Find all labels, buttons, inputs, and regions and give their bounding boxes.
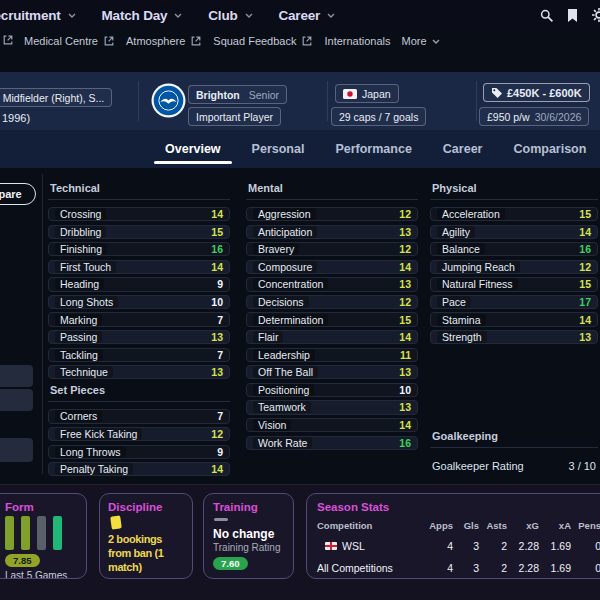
clipped-left-panel-row bbox=[0, 389, 33, 411]
main-nav: RecruitmentMatch DayClubCareer bbox=[0, 8, 335, 23]
attribute-row-determination[interactable]: Determination15 bbox=[246, 312, 418, 326]
attribute-label: Teamwork bbox=[253, 401, 311, 413]
attribute-value: 13 bbox=[579, 331, 591, 343]
tab-comparison[interactable]: Comparison bbox=[510, 131, 589, 167]
stats-column-header-xg: xG bbox=[507, 516, 539, 535]
quick-link-internationals[interactable]: Internationals bbox=[324, 35, 390, 47]
japan-flag-icon bbox=[343, 89, 357, 99]
nav-item-label: Match Day bbox=[102, 8, 168, 23]
attribute-row-bravery[interactable]: Bravery12 bbox=[246, 242, 418, 256]
compare-button[interactable]: Compare bbox=[0, 183, 36, 205]
nav-item-match-day[interactable]: Match Day bbox=[102, 8, 183, 23]
nav-item-club[interactable]: Club bbox=[208, 8, 252, 23]
attribute-row-finishing[interactable]: Finishing16 bbox=[48, 242, 230, 256]
competition-name: WSL bbox=[342, 540, 365, 552]
attribute-row-heading[interactable]: Heading9 bbox=[48, 277, 230, 291]
club-squad-chip[interactable]: Brighton Senior bbox=[188, 85, 287, 104]
attribute-rows-technical: Crossing14Dribbling15Finishing16First To… bbox=[48, 207, 230, 379]
price-tag-icon bbox=[491, 87, 502, 98]
attribute-row-acceleration[interactable]: Acceleration15 bbox=[430, 207, 598, 221]
tab-career[interactable]: Career bbox=[440, 131, 486, 167]
quick-link-label: Squad Feedback bbox=[213, 35, 296, 47]
attribute-value: 12 bbox=[399, 296, 411, 308]
attribute-row-teamwork[interactable]: Teamwork13 bbox=[246, 400, 418, 414]
attribute-row-composure[interactable]: Composure14 bbox=[246, 260, 418, 274]
attribute-row-decisions[interactable]: Decisions12 bbox=[246, 295, 418, 309]
attribute-label: Finishing bbox=[55, 243, 107, 255]
attribute-label: Pace bbox=[437, 296, 471, 308]
attribute-row-jumping-reach[interactable]: Jumping Reach12 bbox=[430, 260, 598, 274]
attribute-row-vision[interactable]: Vision14 bbox=[246, 418, 418, 432]
external-link-icon bbox=[104, 36, 114, 46]
attribute-row-concentration[interactable]: Concentration13 bbox=[246, 277, 418, 291]
search-icon[interactable] bbox=[540, 9, 553, 22]
training-panel[interactable]: Training No change Training Rating 7.60 bbox=[203, 493, 294, 579]
bookmark-icon[interactable] bbox=[567, 9, 578, 22]
attribute-row-aggression[interactable]: Aggression12 bbox=[246, 207, 418, 221]
attribute-row-off-the-ball[interactable]: Off The Ball13 bbox=[246, 365, 418, 379]
attribute-row-anticipation[interactable]: Anticipation13 bbox=[246, 225, 418, 239]
attribute-label: Acceleration bbox=[437, 208, 505, 220]
form-panel[interactable]: Form 7.85 Last 5 Games bbox=[0, 493, 87, 579]
stats-competition-cell[interactable]: All Competitions bbox=[317, 557, 423, 579]
form-panel-title: Form bbox=[5, 501, 76, 513]
stats-value-cell: 0 bbox=[571, 535, 600, 557]
section-title-technical: Technical bbox=[48, 182, 230, 200]
quick-link-squad-feedback[interactable]: Squad Feedback bbox=[213, 35, 312, 47]
international-record-chip: 29 caps / 7 goals bbox=[331, 107, 426, 126]
profile-tab-bar: OverviewPersonalPerformanceCareerCompari… bbox=[0, 130, 600, 168]
attribute-row-pace[interactable]: Pace17 bbox=[430, 295, 598, 309]
attribute-row-crossing[interactable]: Crossing14 bbox=[48, 207, 230, 221]
quick-links-bar: Medical CentreAtmosphereSquad FeedbackIn… bbox=[0, 30, 600, 52]
attribute-value: 14 bbox=[399, 419, 411, 431]
nav-item-recruitment[interactable]: Recruitment bbox=[0, 8, 76, 23]
tab-performance[interactable]: Performance bbox=[332, 131, 414, 167]
attribute-value: 12 bbox=[399, 208, 411, 220]
attribute-value: 7 bbox=[217, 410, 223, 422]
season-stats-panel[interactable]: Season Stats CompetitionAppsGlsAstsxGxAP… bbox=[306, 493, 600, 579]
attribute-row-natural-fitness[interactable]: Natural Fitness15 bbox=[430, 277, 598, 291]
attribute-row-long-throws[interactable]: Long Throws9 bbox=[48, 445, 230, 459]
attribute-row-leadership[interactable]: Leadership11 bbox=[246, 348, 418, 362]
attribute-row-work-rate[interactable]: Work Rate16 bbox=[246, 436, 418, 450]
attribute-row-agility[interactable]: Agility14 bbox=[430, 225, 598, 239]
attribute-label: Corners bbox=[55, 410, 102, 422]
brighton-club-badge[interactable] bbox=[151, 83, 186, 122]
contract-expiry: 30/6/2026 bbox=[535, 111, 582, 123]
attribute-row-balance[interactable]: Balance16 bbox=[430, 242, 598, 256]
quick-link-more[interactable]: More bbox=[402, 35, 440, 47]
attribute-row-free-kick-taking[interactable]: Free Kick Taking12 bbox=[48, 427, 230, 441]
tab-overview[interactable]: Overview bbox=[162, 131, 224, 167]
attribute-value: 9 bbox=[217, 446, 223, 458]
form-result-bar bbox=[53, 516, 62, 550]
training-status: No change bbox=[213, 527, 284, 541]
attribute-label: Dribbling bbox=[55, 226, 106, 238]
quick-link-atmosphere[interactable]: Atmosphere bbox=[126, 35, 201, 47]
attribute-row-flair[interactable]: Flair14 bbox=[246, 330, 418, 344]
wage: £950 p/w bbox=[487, 111, 530, 123]
attribute-label: Flair bbox=[253, 331, 283, 343]
attribute-row-technique[interactable]: Technique13 bbox=[48, 365, 230, 379]
attribute-row-stamina[interactable]: Stamina14 bbox=[430, 312, 598, 326]
top-nav-bar: RecruitmentMatch DayClubCareer bbox=[0, 0, 600, 30]
chevron-down-icon bbox=[432, 39, 440, 44]
tab-personal[interactable]: Personal bbox=[249, 131, 308, 167]
attribute-row-marking[interactable]: Marking7 bbox=[48, 312, 230, 326]
attribute-row-penalty-taking[interactable]: Penalty Taking14 bbox=[48, 462, 230, 476]
attribute-value: 9 bbox=[217, 278, 223, 290]
gear-icon[interactable] bbox=[592, 8, 600, 22]
attribute-row-tackling[interactable]: Tackling7 bbox=[48, 348, 230, 362]
attribute-row-corners[interactable]: Corners7 bbox=[48, 409, 230, 423]
attribute-row-dribbling[interactable]: Dribbling15 bbox=[48, 225, 230, 239]
attribute-row-first-touch[interactable]: First Touch14 bbox=[48, 260, 230, 274]
stats-competition-cell[interactable]: WSL bbox=[317, 535, 423, 557]
attribute-row-positioning[interactable]: Positioning10 bbox=[246, 383, 418, 397]
stats-value-cell: 3 bbox=[453, 557, 479, 579]
attribute-row-strength[interactable]: Strength13 bbox=[430, 330, 598, 344]
squad-status: Important Player bbox=[196, 111, 273, 123]
attribute-row-long-shots[interactable]: Long Shots10 bbox=[48, 295, 230, 309]
attribute-row-passing[interactable]: Passing13 bbox=[48, 330, 230, 344]
quick-link-medical-centre[interactable]: Medical Centre bbox=[24, 35, 114, 47]
nav-item-career[interactable]: Career bbox=[279, 8, 336, 23]
discipline-panel[interactable]: Discipline 2 bookings from ban (1 match) bbox=[99, 493, 193, 579]
